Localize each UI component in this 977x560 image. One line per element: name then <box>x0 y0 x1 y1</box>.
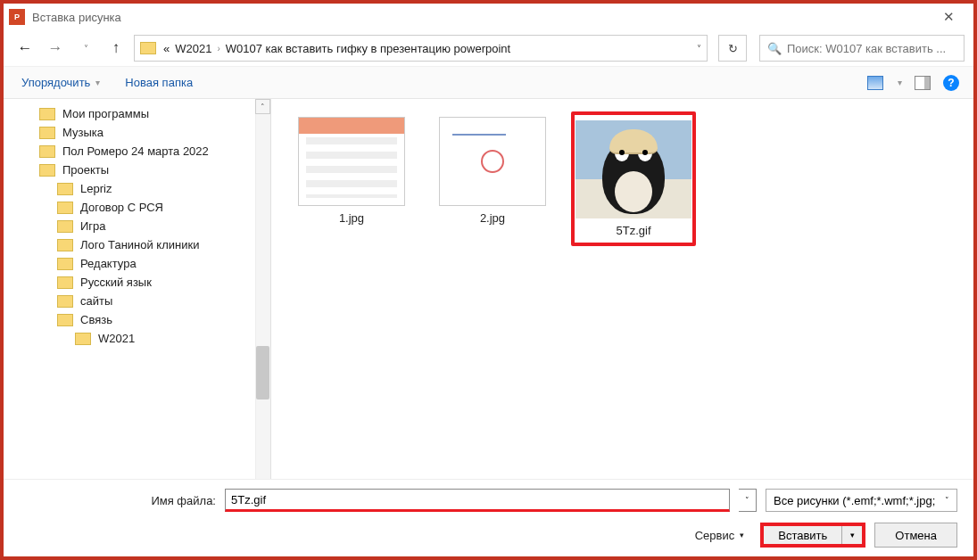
filetype-label: Все рисунки (*.emf;*.wmf;*.jpg; <box>774 494 935 507</box>
organize-label: Упорядочить <box>21 76 90 89</box>
file-name: 5Tz.gif <box>616 224 650 237</box>
tree-item-label: Мои программы <box>62 107 149 120</box>
tree-item-label: Игра <box>80 219 106 233</box>
recent-dropdown[interactable]: ˅ <box>73 36 98 61</box>
tree-item[interactable]: Пол Ромеро 24 марта 2022 <box>4 142 270 161</box>
insert-label[interactable]: Вставить <box>764 526 842 544</box>
filename-input[interactable] <box>231 490 724 509</box>
tree-item-label: Редактура <box>80 257 137 270</box>
cancel-label: Отмена <box>895 529 937 542</box>
folder-icon <box>39 127 55 139</box>
folder-icon <box>39 145 55 158</box>
file-item[interactable]: 2.jpg <box>430 111 555 230</box>
powerpoint-icon: P <box>9 9 25 25</box>
toolbar: Упорядочить ▾ Новая папка ▾ ? <box>4 66 973 99</box>
folder-icon <box>39 108 55 120</box>
tree-item-label: Lepriz <box>80 182 112 195</box>
tree-item-label: Русский язык <box>80 276 152 289</box>
tree-item[interactable]: Мои программы <box>4 104 270 123</box>
folder-icon <box>75 333 91 345</box>
breadcrumb[interactable]: « W2021 › W0107 как вставить гифку в пре… <box>163 42 690 55</box>
folder-icon <box>57 258 73 270</box>
tree-item-label: W2021 <box>98 332 135 345</box>
folder-icon <box>140 42 156 54</box>
chevron-down-icon: ▾ <box>95 78 100 87</box>
tree-item[interactable]: Русский язык <box>4 273 270 292</box>
filename-dropdown[interactable]: ˅ <box>739 489 757 512</box>
new-folder-button[interactable]: Новая папка <box>121 72 196 93</box>
refresh-button[interactable]: ↻ <box>718 35 747 62</box>
search-field[interactable]: 🔍 <box>759 35 965 62</box>
view-mode-button[interactable] <box>867 76 883 90</box>
breadcrumb-bar[interactable]: « W2021 › W0107 как вставить гифку в пре… <box>134 35 708 62</box>
file-item[interactable]: 5Tz.gif <box>571 111 696 246</box>
cancel-button[interactable]: Отмена <box>874 523 957 548</box>
tree-item[interactable]: Lepriz <box>4 179 270 198</box>
file-thumbnail <box>439 117 546 206</box>
filename-label: Имя файла: <box>20 494 216 507</box>
chevron-down-icon[interactable]: ▾ <box>898 78 902 87</box>
scroll-up-button[interactable]: ˄ <box>255 99 270 114</box>
filetype-dropdown[interactable]: Все рисунки (*.emf;*.wmf;*.jpg; ˅ <box>766 489 957 512</box>
scrollbar-track[interactable] <box>255 114 270 479</box>
folder-icon <box>57 314 73 326</box>
chevron-right-icon: › <box>217 44 219 54</box>
breadcrumb-item[interactable]: W2021 <box>175 42 211 55</box>
filename-input-wrap[interactable] <box>225 489 730 512</box>
folder-icon <box>39 164 55 177</box>
breadcrumb-dropdown[interactable]: ˅ <box>697 44 701 54</box>
insert-button[interactable]: Вставить ▾ <box>760 523 865 548</box>
up-button[interactable]: ↑ <box>103 36 128 61</box>
search-input[interactable] <box>787 42 956 55</box>
folder-icon <box>57 202 73 214</box>
scrollbar-thumb[interactable] <box>256 346 269 399</box>
folder-tree: ˄ Мои программыМузыкаПол Ромеро 24 марта… <box>4 99 271 479</box>
folder-icon <box>57 220 73 233</box>
search-icon: 🔍 <box>767 42 782 55</box>
help-button[interactable]: ? <box>943 75 959 91</box>
insert-dropdown[interactable]: ▾ <box>842 526 862 544</box>
titlebar: P Вставка рисунка ✕ <box>4 4 973 30</box>
chevron-down-icon: ▾ <box>740 531 744 539</box>
folder-icon <box>57 276 73 289</box>
tree-item-label: Пол Ромеро 24 марта 2022 <box>62 144 209 158</box>
tree-item[interactable]: Игра <box>4 217 270 235</box>
tree-item-label: Проекты <box>62 163 109 177</box>
forward-button[interactable]: → <box>43 36 68 61</box>
close-button[interactable]: ✕ <box>929 9 968 25</box>
tree-item-label: Договор С РСЯ <box>80 201 163 214</box>
file-item[interactable]: 1.jpg <box>289 111 414 230</box>
tree-item[interactable]: сайты <box>4 292 270 310</box>
tree-item[interactable]: Проекты <box>4 161 270 179</box>
tree-item[interactable]: Связь <box>4 310 270 329</box>
tree-item[interactable]: Редактура <box>4 254 270 273</box>
bottom-bar: Имя файла: ˅ Все рисунки (*.emf;*.wmf;*.… <box>4 479 973 556</box>
breadcrumb-item[interactable]: W0107 как вставить гифку в презентацию p… <box>226 42 510 55</box>
folder-icon <box>57 295 73 308</box>
back-button[interactable]: ← <box>12 36 37 61</box>
tree-item-label: сайты <box>80 294 112 308</box>
tree-item[interactable]: Музыка <box>4 123 270 142</box>
tree-item[interactable]: Лого Таниной клиники <box>4 235 270 254</box>
organize-button[interactable]: Упорядочить ▾ <box>18 72 103 93</box>
tree-item-label: Лого Таниной клиники <box>80 238 199 251</box>
folder-icon <box>57 239 73 251</box>
file-thumbnail <box>575 120 691 218</box>
tree-item-label: Музыка <box>62 126 103 139</box>
file-name: 1.jpg <box>339 211 364 225</box>
tree-item[interactable]: Договор С РСЯ <box>4 198 270 217</box>
tree-item[interactable]: W2021 <box>4 329 270 348</box>
service-button[interactable]: Сервис ▾ <box>688 525 752 546</box>
file-grid: 1.jpg2.jpg5Tz.gif <box>271 99 973 479</box>
navbar: ← → ˅ ↑ « W2021 › W0107 как вставить гиф… <box>4 30 973 66</box>
preview-pane-button[interactable] <box>915 76 931 90</box>
dialog-title: Вставка рисунка <box>32 11 929 24</box>
chevron-down-icon: ˅ <box>945 496 949 505</box>
tree-item-label: Связь <box>80 313 112 326</box>
file-name: 2.jpg <box>480 211 505 225</box>
folder-icon <box>57 183 73 195</box>
breadcrumb-prefix: « <box>163 42 170 55</box>
service-label: Сервис <box>695 529 735 542</box>
file-thumbnail <box>298 117 405 206</box>
